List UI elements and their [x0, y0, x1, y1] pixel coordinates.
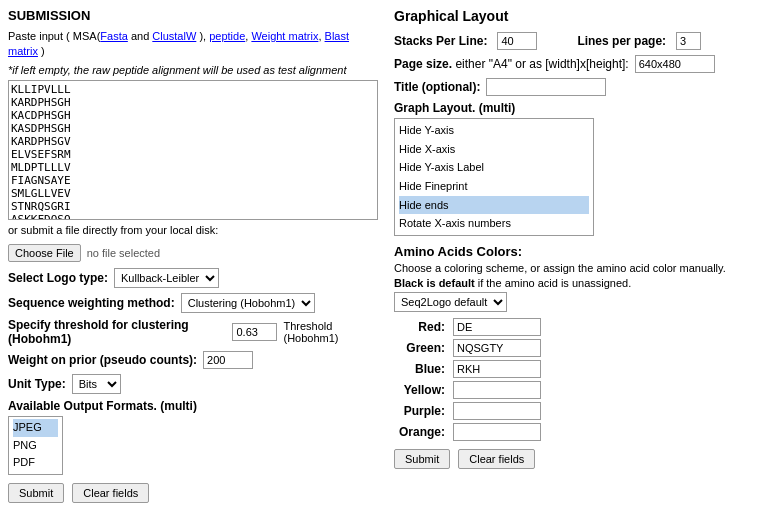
page-size-row: Page size. either "A4" or as [width]x[he… — [394, 55, 769, 73]
stacks-input[interactable] — [497, 32, 537, 50]
title-optional-row: Title (optional): — [394, 78, 769, 96]
orange-input[interactable] — [453, 423, 541, 441]
logo-type-row: Select Logo type: Kullback-Leibler Shann… — [8, 268, 378, 288]
unit-type-select[interactable]: Bits Nats — [72, 374, 121, 394]
blue-input[interactable] — [453, 360, 541, 378]
clustalw-link[interactable]: ClustalW — [152, 30, 196, 42]
page-size-input[interactable] — [635, 55, 715, 73]
graphical-layout-title: Graphical Layout — [394, 8, 769, 24]
file-label: or submit a file directly from your loca… — [8, 223, 378, 238]
choose-file-button[interactable]: Choose File — [8, 244, 81, 262]
threshold-note: Threshold (Hobohm1) — [283, 320, 378, 344]
seq-weight-row: Sequence weighting method: Clustering (H… — [8, 293, 378, 313]
amino-colors-table: Red: Green: Blue: Yellow: Purple: Orange… — [394, 318, 769, 441]
prior-input[interactable] — [203, 351, 253, 369]
logo-type-select[interactable]: Kullback-Leibler Shannon Frequency — [114, 268, 219, 288]
lines-label: Lines per page: — [577, 34, 666, 48]
left-submit-button[interactable]: Submit — [8, 483, 64, 503]
yellow-label: Yellow: — [394, 383, 449, 397]
amino-desc2-rest: if the amino acid is unassigned. — [475, 277, 632, 289]
purple-label: Purple: — [394, 404, 449, 418]
submission-title: SUBMISSION — [8, 8, 378, 23]
seq-weight-select[interactable]: Clustering (Hobohm1) None Henikoff & Hen… — [181, 293, 315, 313]
blue-label: Blue: — [394, 362, 449, 376]
graph-hide-xaxis[interactable]: Hide X-axis — [399, 140, 589, 159]
graph-hide-fineprint[interactable]: Hide Fineprint — [399, 177, 589, 196]
graph-hide-ends[interactable]: Hide ends — [399, 196, 589, 215]
output-formats-label: Available Output Formats. (multi) — [8, 399, 378, 413]
left-button-row: Submit Clear fields — [8, 483, 378, 503]
graph-hide-yaxis[interactable]: Hide Y-axis — [399, 121, 589, 140]
amino-desc2: Black is default if the amino acid is un… — [394, 277, 769, 289]
prior-label: Weight on prior (pseudo counts): — [8, 353, 197, 367]
title-optional-label: Title (optional): — [394, 80, 480, 94]
italic-note: *if left empty, the raw peptide alignmen… — [8, 64, 378, 76]
purple-input[interactable] — [453, 402, 541, 420]
title-optional-input[interactable] — [486, 78, 606, 96]
file-row: Choose File no file selected — [8, 244, 378, 262]
output-jpeg[interactable]: JPEG — [13, 419, 58, 437]
threshold-row: Specify threshold for clustering (Hobohm… — [8, 318, 378, 346]
seq-weight-label: Sequence weighting method: — [8, 296, 175, 310]
prior-row: Weight on prior (pseudo counts): — [8, 351, 378, 369]
paste-label: Paste input ( MSA(Fasta and ClustalW ), … — [8, 29, 378, 60]
amino-title: Amino Acids Colors: — [394, 244, 769, 259]
right-clear-button[interactable]: Clear fields — [458, 449, 535, 469]
output-formats-list[interactable]: JPEG PNG PDF — [8, 416, 63, 475]
green-input[interactable] — [453, 339, 541, 357]
graph-hide-yaxis-label[interactable]: Hide Y-axis Label — [399, 158, 589, 177]
threshold-label: Specify threshold for clustering (Hobohm… — [8, 318, 226, 346]
weight-matrix-link[interactable]: Weight matrix — [251, 30, 318, 42]
sequence-input[interactable]: KLLIPVLLL KARDPHSGH KACDPHSGH KASDPHSGH … — [8, 80, 378, 220]
output-pdf[interactable]: PDF — [13, 454, 58, 472]
unit-type-row: Unit Type: Bits Nats — [8, 374, 378, 394]
graph-rotate-xaxis[interactable]: Rotate X-axis numbers — [399, 214, 589, 233]
amino-scheme-row: Seq2Logo default None Custom — [394, 292, 769, 312]
logo-type-label: Select Logo type: — [8, 271, 108, 285]
page-size-label: Page size. either "A4" or as [width]x[he… — [394, 57, 629, 71]
orange-label: Orange: — [394, 425, 449, 439]
lines-input[interactable] — [676, 32, 701, 50]
graph-layout-label: Graph Layout. (multi) — [394, 101, 769, 115]
green-label: Green: — [394, 341, 449, 355]
red-label: Red: — [394, 320, 449, 334]
right-submit-button[interactable]: Submit — [394, 449, 450, 469]
amino-desc2-bold: Black is default — [394, 277, 475, 289]
stacks-label: Stacks Per Line: — [394, 34, 487, 48]
right-button-row: Submit Clear fields — [394, 449, 769, 469]
right-panel: Graphical Layout Stacks Per Line: Lines … — [394, 8, 769, 503]
fasta-link[interactable]: Fasta — [100, 30, 128, 42]
left-panel: SUBMISSION Paste input ( MSA(Fasta and C… — [8, 8, 378, 503]
left-clear-button[interactable]: Clear fields — [72, 483, 149, 503]
red-input[interactable] — [453, 318, 541, 336]
peptide-link[interactable]: peptide — [209, 30, 245, 42]
stacks-row: Stacks Per Line: Lines per page: — [394, 32, 769, 50]
amino-desc1: Choose a coloring scheme, or assign the … — [394, 262, 769, 274]
output-png[interactable]: PNG — [13, 437, 58, 455]
no-file-label: no file selected — [87, 247, 160, 259]
threshold-input[interactable] — [232, 323, 277, 341]
graph-layout-list[interactable]: Hide Y-axis Hide X-axis Hide Y-axis Labe… — [394, 118, 594, 236]
amino-scheme-select[interactable]: Seq2Logo default None Custom — [394, 292, 507, 312]
unit-type-label: Unit Type: — [8, 377, 66, 391]
yellow-input[interactable] — [453, 381, 541, 399]
